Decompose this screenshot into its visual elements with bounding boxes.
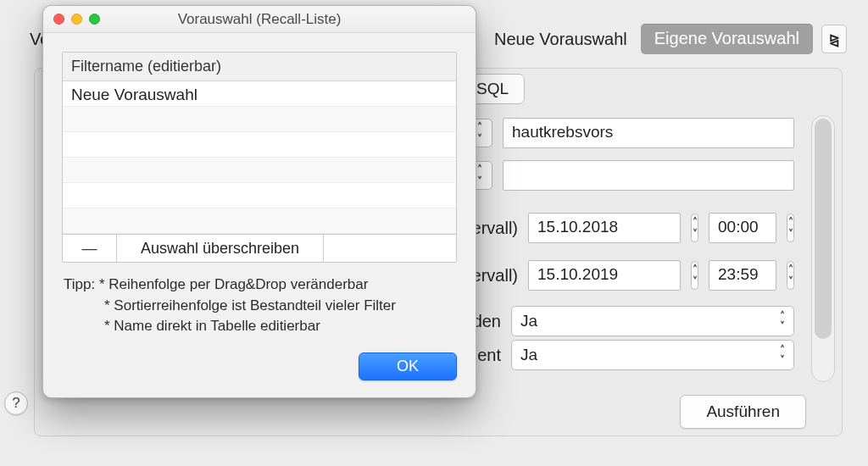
select-2[interactable]: Ja (511, 340, 794, 370)
table-row[interactable] (63, 208, 456, 234)
chevron-down-icon (693, 229, 698, 239)
chevron-down-icon (788, 229, 793, 239)
time-start-input[interactable]: 00:00 (709, 213, 776, 243)
sort-arrows-button[interactable]: ⧎ (821, 25, 847, 53)
tip-2: * Sortierreihenfolge ist Bestandteil vie… (64, 296, 457, 317)
ok-button[interactable]: OK (359, 352, 457, 380)
tip-line-1: Tipp: * Reihenfolge per Drag&Drop veränd… (64, 275, 457, 296)
chevron-down-icon (788, 276, 793, 286)
select-2-value: Ja (520, 346, 537, 364)
neue-vorauswahl-label: Neue Vorauswahl (494, 30, 627, 49)
dialog-title: Vorauswahl (Recall-Liste) (178, 11, 342, 28)
window-controls (53, 14, 100, 25)
table-row[interactable] (63, 132, 456, 158)
form-row-date-start: ervall) 15.10.2018 00:00 (467, 213, 794, 243)
date-start-stepper[interactable] (691, 214, 698, 242)
dialog-body: Filtername (editierbar) Neue Vorauswahl … (43, 33, 476, 352)
form-area: SQL hautkrebsvors ervall) 15.10.2018 (467, 69, 835, 429)
table-row[interactable] (63, 107, 456, 132)
chevron-up-icon (788, 217, 793, 227)
date-end-input[interactable]: 15.10.2019 (528, 260, 681, 291)
select-1[interactable]: Ja (511, 306, 794, 336)
table-header: Filtername (editierbar) (63, 53, 456, 81)
chevron-up-icon (477, 164, 482, 175)
select-arrows-icon (780, 345, 785, 365)
form-row-select1: den Ja (467, 306, 794, 336)
table-row[interactable] (63, 158, 456, 183)
form-row-1: hautkrebsvors (467, 118, 794, 148)
eigene-vorauswahl-button[interactable]: Eigene Vorauswahl (641, 24, 813, 54)
dialog-titlebar: Vorauswahl (Recall-Liste) (43, 6, 476, 33)
table-footer: — Auswahl überschreiben (63, 234, 456, 262)
scroll-thumb[interactable] (815, 119, 832, 339)
minimize-icon[interactable] (71, 14, 82, 25)
time-end-stepper[interactable] (787, 261, 794, 290)
chevron-up-icon (477, 122, 482, 132)
chevron-down-icon (477, 134, 482, 144)
date-start-input[interactable]: 15.10.2018 (528, 213, 681, 243)
filter-table: Filtername (editierbar) Neue Vorauswahl … (62, 52, 457, 263)
date-end-stepper[interactable] (691, 261, 698, 290)
text-input-2[interactable] (503, 160, 794, 191)
tip-1: * Reihenfolge per Drag&Drop veränderbar (99, 276, 369, 292)
execute-button[interactable]: Ausführen (680, 395, 806, 429)
vertical-scrollbar[interactable] (811, 115, 835, 382)
select-arrows-icon (780, 311, 785, 331)
overwrite-button[interactable]: Auswahl überschreiben (117, 235, 324, 262)
chevron-down-icon (477, 176, 482, 186)
form-row-2 (467, 160, 794, 191)
zoom-icon[interactable] (89, 14, 100, 25)
form-row-date-end: ervall) 15.10.2019 23:59 (467, 260, 794, 291)
dialog-footer: OK (43, 352, 476, 397)
remove-button[interactable]: — (63, 235, 117, 262)
chevron-down-icon (693, 276, 698, 286)
help-button[interactable]: ? (4, 391, 28, 415)
chevron-up-icon (788, 264, 793, 275)
tip-3: * Name direkt in Tabelle editierbar (64, 316, 457, 337)
select-1-value: Ja (520, 312, 537, 330)
time-start-stepper[interactable] (787, 214, 794, 242)
sort-icon: ⧎ (829, 33, 840, 46)
recall-list-dialog: Vorauswahl (Recall-Liste) Filtername (ed… (42, 5, 476, 398)
tip-label: Tipp: (64, 276, 95, 292)
tip-block: Tipp: * Reihenfolge per Drag&Drop veränd… (62, 275, 457, 337)
close-icon[interactable] (53, 14, 64, 25)
time-end-input[interactable]: 23:59 (709, 260, 776, 291)
table-row[interactable]: Neue Vorauswahl (63, 81, 456, 107)
form-row-select2: ent Ja (467, 340, 794, 370)
chevron-up-icon (693, 264, 698, 275)
table-row[interactable] (63, 183, 456, 208)
chevron-up-icon (693, 217, 698, 227)
text-input-1[interactable]: hautkrebsvors (503, 118, 794, 148)
footer-spacer (324, 235, 456, 262)
